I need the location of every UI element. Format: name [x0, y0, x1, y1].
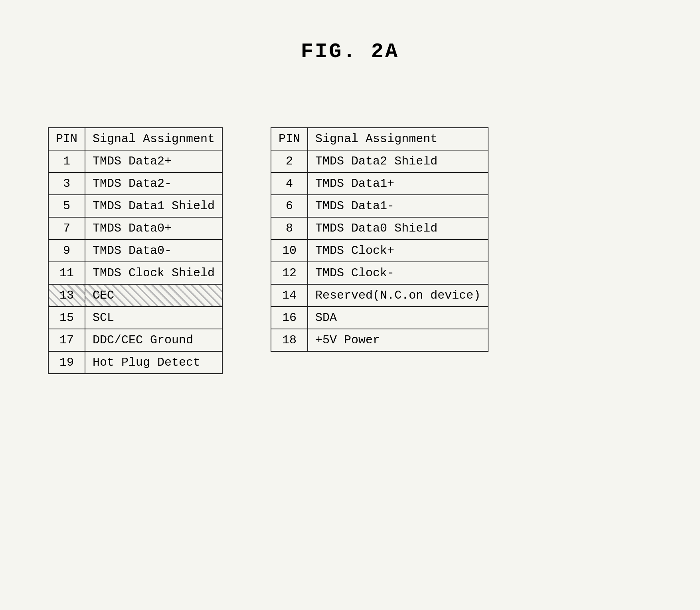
table-row: 5 TMDS Data1 Shield: [48, 195, 222, 217]
figure-title: FIG. 2A: [16, 40, 684, 63]
pin-4: 4: [271, 172, 308, 195]
table-row: 11 TMDS Clock Shield: [48, 262, 222, 284]
signal-7: TMDS Data0+: [85, 217, 222, 240]
table-row: 19 Hot Plug Detect: [48, 351, 222, 374]
signal-5: TMDS Data1 Shield: [85, 195, 222, 217]
signal-8: TMDS Data0 Shield: [308, 217, 488, 240]
right-header-signal: Signal Assignment: [308, 128, 488, 150]
table-row: 14 Reserved(N.C.on device): [271, 284, 488, 307]
pin-19: 19: [48, 351, 85, 374]
signal-12: TMDS Clock-: [308, 262, 488, 284]
signal-17: DDC/CEC Ground: [85, 329, 222, 351]
signal-11: TMDS Clock Shield: [85, 262, 222, 284]
pin-11: 11: [48, 262, 85, 284]
table-row: 16 SDA: [271, 307, 488, 329]
table-row: 6 TMDS Data1-: [271, 195, 488, 217]
left-table-header: PIN Signal Assignment: [48, 128, 222, 150]
right-header-pin: PIN: [271, 128, 308, 150]
table-row: 17 DDC/CEC Ground: [48, 329, 222, 351]
signal-2: TMDS Data2 Shield: [308, 150, 488, 172]
left-header-pin: PIN: [48, 128, 85, 150]
pin-1: 1: [48, 150, 85, 172]
pin-13: 13: [48, 284, 85, 307]
signal-18: +5V Power: [308, 329, 488, 351]
pin-8: 8: [271, 217, 308, 240]
signal-3: TMDS Data2-: [85, 172, 222, 195]
left-header-signal: Signal Assignment: [85, 128, 222, 150]
left-pin-table: PIN Signal Assignment 1 TMDS Data2+ 3 TM…: [48, 127, 223, 374]
table-row-hatched: 13 CEC: [48, 284, 222, 307]
pin-18: 18: [271, 329, 308, 351]
right-pin-table: PIN Signal Assignment 2 TMDS Data2 Shiel…: [271, 127, 488, 352]
signal-19: Hot Plug Detect: [85, 351, 222, 374]
right-table-header: PIN Signal Assignment: [271, 128, 488, 150]
pin-12: 12: [271, 262, 308, 284]
table-row: 10 TMDS Clock+: [271, 240, 488, 262]
signal-1: TMDS Data2+: [85, 150, 222, 172]
pin-3: 3: [48, 172, 85, 195]
signal-16: SDA: [308, 307, 488, 329]
signal-13: CEC: [85, 284, 222, 307]
signal-4: TMDS Data1+: [308, 172, 488, 195]
pin-16: 16: [271, 307, 308, 329]
pin-15: 15: [48, 307, 85, 329]
pin-17: 17: [48, 329, 85, 351]
table-row: 1 TMDS Data2+: [48, 150, 222, 172]
signal-14: Reserved(N.C.on device): [308, 284, 488, 307]
pin-5: 5: [48, 195, 85, 217]
table-row: 7 TMDS Data0+: [48, 217, 222, 240]
signal-10: TMDS Clock+: [308, 240, 488, 262]
pin-10: 10: [271, 240, 308, 262]
pin-14: 14: [271, 284, 308, 307]
table-row: 2 TMDS Data2 Shield: [271, 150, 488, 172]
pin-7: 7: [48, 217, 85, 240]
table-row: 3 TMDS Data2-: [48, 172, 222, 195]
pin-9: 9: [48, 240, 85, 262]
table-row: 12 TMDS Clock-: [271, 262, 488, 284]
table-row: 8 TMDS Data0 Shield: [271, 217, 488, 240]
pin-2: 2: [271, 150, 308, 172]
table-row: 4 TMDS Data1+: [271, 172, 488, 195]
table-row: 9 TMDS Data0-: [48, 240, 222, 262]
table-row: 18 +5V Power: [271, 329, 488, 351]
signal-15: SCL: [85, 307, 222, 329]
table-row: 15 SCL: [48, 307, 222, 329]
tables-container: PIN Signal Assignment 1 TMDS Data2+ 3 TM…: [16, 127, 684, 374]
signal-6: TMDS Data1-: [308, 195, 488, 217]
pin-6: 6: [271, 195, 308, 217]
signal-9: TMDS Data0-: [85, 240, 222, 262]
